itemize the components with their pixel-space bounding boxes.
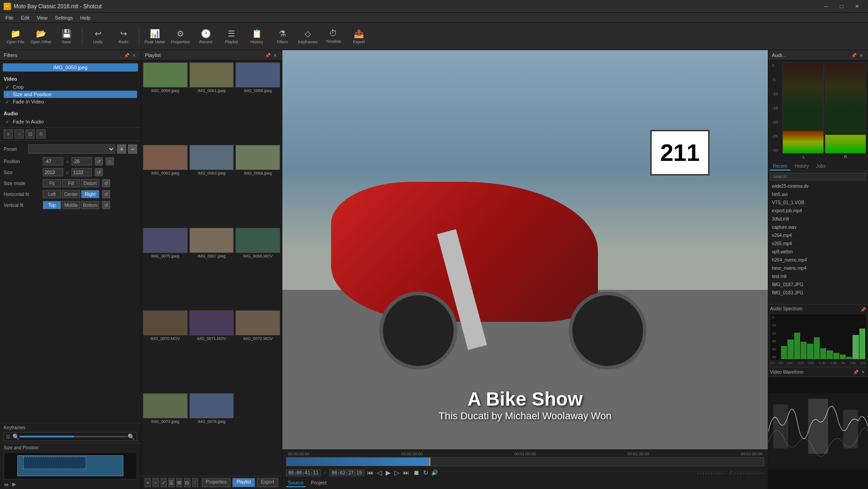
size-mode-fit[interactable]: Fit (43, 179, 61, 187)
vfit-reset[interactable]: ↺ (102, 201, 110, 209)
preset-select[interactable] (28, 144, 115, 154)
vfit-bottom[interactable]: Bottom (81, 201, 99, 209)
keyframes-button[interactable]: ◇ Keyframes (296, 25, 320, 48)
kf-list-button[interactable]: ☰ (6, 434, 10, 440)
spectrum-pin[interactable]: 📌 (860, 306, 866, 313)
right-panel-close[interactable]: ✕ (858, 52, 864, 58)
position-x-input[interactable] (43, 157, 63, 165)
list-item[interactable]: IMG_0064.jpeg (235, 145, 280, 226)
recent-file-12[interactable]: test.mlt (768, 273, 868, 281)
transport-stop[interactable]: ⏹ (412, 468, 420, 477)
menu-edit[interactable]: Edit (17, 14, 33, 21)
list-item[interactable]: IMG_0067.jpeg (189, 228, 234, 309)
size-mode-fill[interactable]: Fill (62, 179, 80, 187)
open-other-button[interactable]: 📂 Open Other (29, 25, 53, 48)
transport-prev-frame[interactable]: ◁ (376, 468, 383, 477)
filters-button[interactable]: ⚗ Filters (271, 25, 294, 48)
waveform-close[interactable]: ✕ (860, 369, 866, 375)
size-reset-button[interactable]: ↺ (95, 168, 103, 176)
window-controls[interactable]: ─ □ ✕ (819, 0, 864, 13)
recent-file-13[interactable]: IMG_0187.JPG (768, 281, 868, 289)
sap-play-button[interactable]: ▶ (12, 481, 16, 487)
recent-file-9[interactable]: vp9.webm (768, 248, 868, 256)
playlist-export-tab[interactable]: Export (257, 478, 278, 487)
position-keyframe-button[interactable]: ◇ (106, 157, 114, 165)
playlist-close-button[interactable]: ✕ (272, 52, 278, 58)
playlist-add-button[interactable]: + (145, 478, 151, 487)
position-reset-button[interactable]: ↺ (95, 157, 103, 165)
right-tab-recent[interactable]: Recent (770, 163, 790, 170)
playlist-list-view-button[interactable]: ☰ (168, 478, 174, 487)
close-button[interactable]: ✕ (850, 0, 864, 13)
recent-file-2[interactable]: hin5.avi (768, 190, 868, 199)
filter-fade-in-audio[interactable]: ✓ Fade In Audio (4, 118, 137, 125)
list-item[interactable]: IMG_0073.jpeg (143, 393, 188, 474)
recent-file-3[interactable]: VTS_01_1.VOB (768, 199, 868, 207)
list-item[interactable]: IMG_0063.jpeg (189, 145, 234, 226)
filter-add-button[interactable]: + (4, 129, 13, 139)
size-h-input[interactable] (71, 168, 92, 176)
recent-file-10[interactable]: h264_nvenc.mp4 (768, 256, 868, 264)
list-item[interactable]: IMG_0076.jpeg (189, 393, 234, 474)
transport-skip-end[interactable]: ⏭ (402, 468, 410, 477)
right-tab-history[interactable]: History (792, 163, 812, 170)
recent-file-1[interactable]: wide25-cinema.dv (768, 182, 868, 190)
recent-file-4[interactable]: export job.mp4 (768, 207, 868, 215)
open-file-button[interactable]: 📁 Open File (4, 25, 27, 48)
playlist-check-button[interactable]: ✓ (161, 478, 167, 487)
transport-next-frame[interactable]: ▷ (393, 468, 400, 477)
history-button[interactable]: 📋 History (245, 25, 269, 48)
size-mode-distort[interactable]: Distort (81, 179, 99, 187)
transport-play-toggle[interactable]: ▶ (385, 468, 392, 477)
list-item[interactable]: IMG_0070.MOV (143, 310, 188, 391)
peak-meter-button[interactable]: 📊 Peak Meter (143, 25, 167, 48)
save-button[interactable]: 💾 Save (55, 25, 78, 48)
redo-button[interactable]: ↪ Redo (112, 25, 135, 48)
size-w-input[interactable] (43, 168, 63, 176)
hfit-left[interactable]: Left (43, 190, 61, 198)
transport-skip-start[interactable]: ⏮ (366, 468, 374, 477)
playlist-button[interactable]: ☰ Playlist (220, 25, 243, 48)
export-button[interactable]: 📤 Export (347, 25, 371, 48)
recent-button[interactable]: 🕐 Recent (194, 25, 218, 48)
list-item[interactable]: IMG_0062.jpeg (143, 145, 188, 226)
menu-file[interactable]: File (2, 14, 17, 21)
list-item[interactable]: IMG_0072.MOV (235, 310, 280, 391)
filters-pin-button[interactable]: 📌 (123, 52, 130, 58)
position-y-input[interactable] (71, 157, 92, 165)
filter-fade-in-video[interactable]: ✓ Fade In Video (4, 98, 137, 105)
sap-prev-button[interactable]: ⏮ (4, 482, 9, 487)
recent-file-8[interactable]: x265.mp4 (768, 240, 868, 248)
right-tab-jobs[interactable]: Jobs (813, 163, 828, 170)
filter-copy-button[interactable]: ⊡ (26, 129, 35, 139)
maximize-button[interactable]: □ (834, 0, 849, 13)
list-item[interactable]: IMG_0058.jpeg (235, 62, 280, 143)
waveform-pin[interactable]: 📌 (853, 369, 859, 375)
menu-help[interactable]: Help (77, 14, 94, 21)
kf-zoom-in[interactable]: 🔍 (128, 433, 135, 440)
list-item[interactable]: IMG_0066.MOV (235, 228, 280, 309)
recent-search-input[interactable] (770, 173, 866, 180)
hfit-center[interactable]: Center (62, 190, 80, 198)
filter-size-position[interactable]: ✓ Size and Position (4, 91, 137, 98)
preview-tab-project[interactable]: Project (309, 479, 328, 487)
recent-file-5[interactable]: 3dlut.mlt (768, 215, 868, 223)
playlist-tile-view-button[interactable]: ⊟ (184, 478, 190, 487)
vfit-middle[interactable]: Middle (62, 201, 80, 209)
size-mode-reset[interactable]: ↺ (102, 179, 110, 187)
playlist-properties-tab[interactable]: Properties (202, 478, 231, 487)
preview-scrubber[interactable] (286, 457, 764, 466)
menu-settings[interactable]: Settings (51, 14, 77, 21)
add-preset-button[interactable]: + (117, 144, 126, 154)
playlist-grid-view-button[interactable]: ⊞ (176, 478, 182, 487)
list-item[interactable]: IMG_0075.jpeg (143, 228, 188, 309)
playlist-playlist-tab[interactable]: Playlist (232, 478, 255, 487)
undo-button[interactable]: ↩ Undo (86, 25, 110, 48)
hfit-right[interactable]: Right (81, 190, 99, 198)
right-panel-pin[interactable]: 📌 (851, 52, 857, 58)
properties-button[interactable]: ⚙ Properties (168, 25, 192, 48)
filters-close-button[interactable]: ✕ (131, 52, 137, 58)
playlist-pin-button[interactable]: 📌 (265, 52, 271, 58)
filter-crop[interactable]: ✓ Crop (4, 83, 137, 91)
preview-tab-source[interactable]: Source (286, 479, 306, 487)
